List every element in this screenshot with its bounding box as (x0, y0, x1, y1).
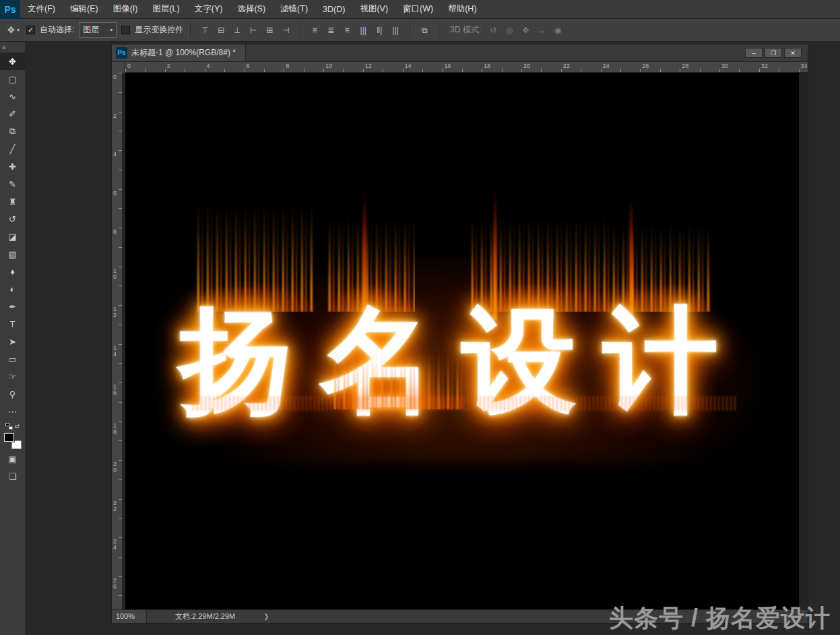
distribute-left-edges-icon[interactable]: ||| (356, 24, 370, 37)
rectangular-marquee-tool[interactable]: ▢ (0, 70, 25, 88)
pen-tool[interactable]: ✒ (0, 298, 25, 315)
menu-select[interactable]: 选择(S) (230, 0, 273, 19)
align-vertical-centers-icon[interactable]: ⊟ (214, 24, 228, 37)
ruler-label: 24 (112, 537, 119, 576)
distribute-vertical-centers-icon[interactable]: ≣ (323, 24, 338, 37)
dodge-tool[interactable]: ◐ (0, 280, 25, 298)
rectangle-tool[interactable]: ▭ (0, 350, 25, 368)
clone-stamp-tool[interactable]: ♜ (0, 193, 25, 210)
brush-tool[interactable]: ✎ (0, 175, 25, 193)
ruler-label: 18 (112, 422, 119, 461)
ruler-label: 0 (125, 62, 165, 72)
hand-tool[interactable]: ☞ (0, 368, 25, 385)
auto-select-target-dropdown[interactable]: 图层 ▾ (79, 22, 117, 38)
separator (410, 23, 410, 38)
quick-mask-mode-button[interactable]: ▣ (0, 450, 25, 467)
eraser-tool[interactable]: ◪ (0, 228, 25, 245)
3d-mode-icons-group: ↺ ◎ ✥ ↔ ◉ (486, 24, 565, 37)
ruler-label: 28 (680, 62, 719, 72)
document-titlebar[interactable]: Ps 未标题-1 @ 100%(RGB/8#) * – ❐ ✕ (112, 44, 808, 62)
move-tool[interactable]: ✥ (0, 53, 25, 70)
distribute-top-edges-icon[interactable]: ≡ (307, 24, 322, 37)
auto-select-checkbox[interactable]: ✓ (26, 26, 35, 34)
ruler-label: 4 (205, 62, 245, 72)
path-selection-tool[interactable]: ➤ (0, 333, 25, 350)
distribute-bottom-edges-icon[interactable]: ≡ (340, 24, 354, 37)
tool-options-bar: ✥ ▾ ✓ 自动选择: 图层 ▾ 显示变换控件 ⊤ ⊟ ⊥ ⊢ ⊞ (0, 19, 840, 42)
screen-mode-button[interactable]: ❏ (0, 467, 25, 485)
auto-select-target-value: 图层 (83, 24, 99, 36)
align-horizontal-centers-icon[interactable]: ⊞ (262, 24, 277, 37)
menu-filter[interactable]: 滤镜(T) (273, 0, 315, 19)
ruler-label: 6 (244, 62, 284, 72)
status-expand-icon[interactable]: ❯ (263, 613, 269, 620)
collapse-panels-button[interactable]: » (0, 42, 25, 53)
menu-3d[interactable]: 3D(D) (315, 0, 352, 19)
align-left-edges-icon[interactable]: ⊢ (246, 24, 261, 37)
default-colors-icon[interactable] (5, 423, 13, 430)
distribute-horizontal-centers-icon[interactable]: ‖| (372, 24, 387, 37)
close-button[interactable]: ✕ (784, 48, 802, 58)
maximize-button[interactable]: ❐ (765, 48, 782, 58)
zoom-level-field[interactable]: 100% (112, 610, 147, 623)
3d-orbit-camera-icon: ↺ (486, 24, 500, 37)
ruler-label: 34 (799, 62, 808, 72)
ruler-corner[interactable] (112, 62, 125, 73)
menu-file[interactable]: 文件(F) (20, 0, 63, 19)
ruler-label: 6 (112, 189, 119, 228)
3d-slide-camera-icon: ↔ (534, 24, 549, 37)
foreground-color-swatch[interactable] (4, 433, 14, 442)
auto-align-layers-icon[interactable]: ⧉ (417, 24, 432, 37)
history-brush-tool[interactable]: ↺ (0, 210, 25, 228)
minimize-button[interactable]: – (745, 48, 763, 58)
menu-type[interactable]: 文字(Y) (187, 0, 230, 19)
document-tab-icon: Ps (116, 47, 127, 59)
menu-layer[interactable]: 图层(L) (145, 0, 187, 19)
ruler-label: 16 (442, 62, 482, 72)
menu-image[interactable]: 图像(I) (106, 0, 146, 19)
lasso-tool[interactable]: ∿ (0, 88, 25, 105)
align-top-edges-icon[interactable]: ⊤ (197, 24, 212, 37)
document-tab[interactable]: Ps 未标题-1 @ 100%(RGB/8#) * (112, 44, 246, 61)
vertical-ruler[interactable]: 0 2 4 6 8 10 12 14 (112, 73, 123, 609)
edit-toolbar-button[interactable]: ⋯ (0, 403, 25, 420)
distribute-icons-group: ≡ ≣ ≡ ||| ‖| ||| (307, 24, 403, 37)
canvas[interactable]: 扬名设计 (125, 73, 799, 609)
ruler-label: 2 (112, 112, 119, 151)
color-widget: ⇄ ▣ ❏ (0, 422, 25, 485)
type-tool[interactable]: T (0, 315, 25, 333)
distribute-right-edges-icon[interactable]: ||| (388, 24, 403, 37)
ruler-label: 14 (112, 344, 119, 383)
menu-edit[interactable]: 编辑(E) (63, 0, 106, 19)
ruler-label: 8 (284, 62, 323, 72)
color-swatches (4, 433, 22, 449)
align-right-edges-icon[interactable]: ⊣ (278, 24, 293, 37)
menu-view[interactable]: 视图(V) (352, 0, 395, 19)
horizontal-ruler-row: 0 2 4 6 8 10 12 14 (112, 62, 808, 73)
document-title: 未标题-1 @ 100%(RGB/8#) * (131, 47, 236, 59)
crop-tool[interactable]: ⧉ (0, 123, 25, 140)
tool-preset-picker[interactable]: ✥ ▾ (5, 24, 22, 36)
ruler-label: 22 (112, 499, 119, 538)
flame-fringe (193, 396, 738, 411)
quick-selection-tool[interactable]: ✐ (0, 105, 25, 123)
ruler-label: 10 (323, 62, 363, 72)
chevron-down-icon: ▾ (17, 27, 20, 33)
blur-tool[interactable]: ♦ (0, 263, 25, 280)
zoom-tool[interactable]: ⚲ (0, 385, 25, 403)
eyedropper-tool[interactable]: ╱ (0, 140, 25, 158)
gradient-tool[interactable]: ▧ (0, 245, 25, 263)
menu-help[interactable]: 帮助(H) (441, 0, 484, 19)
horizontal-ruler[interactable]: 0 2 4 6 8 10 12 14 (125, 62, 808, 72)
align-bottom-edges-icon[interactable]: ⊥ (230, 24, 245, 37)
ruler-label: 12 (112, 305, 119, 344)
ruler-label: 14 (403, 62, 443, 72)
swap-colors-icon[interactable]: ⇄ (15, 423, 20, 430)
photoshop-app: Ps 文件(F) 编辑(E) 图像(I) 图层(L) 文字(Y) 选择(S) 滤… (0, 0, 840, 635)
auto-select-label: 自动选择: (40, 24, 74, 36)
ruler-label: 4 (112, 150, 119, 189)
spot-healing-brush-tool[interactable]: ✚ (0, 158, 25, 175)
menu-window[interactable]: 窗口(W) (395, 0, 441, 19)
show-transform-controls-checkbox[interactable] (121, 26, 130, 34)
ruler-label: 2 (165, 62, 205, 72)
